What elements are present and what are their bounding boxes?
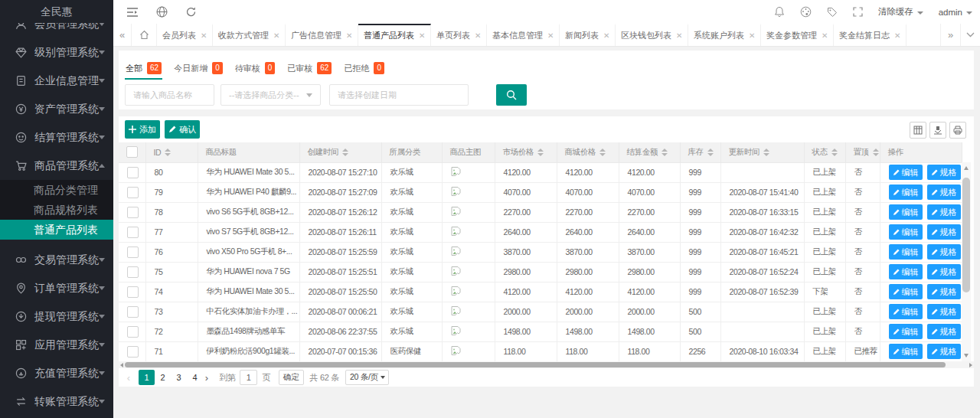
edit-button[interactable]: 编辑: [889, 185, 923, 200]
sidebar-item-企业信息管理[interactable]: 企业信息管理: [0, 67, 113, 95]
edit-button[interactable]: 编辑: [889, 344, 923, 359]
sidebar-item-提现管理系统[interactable]: 提现管理系统: [0, 302, 113, 331]
filter-tab-全部[interactable]: 全部62: [125, 57, 162, 80]
select-all-checkbox[interactable]: [126, 146, 138, 158]
tab-close-icon[interactable]: ✕: [419, 31, 425, 40]
tab-基本信息管理[interactable]: 基本信息管理✕: [487, 24, 560, 46]
spec-button[interactable]: 规格: [927, 264, 961, 279]
spec-button[interactable]: 规格: [927, 224, 961, 240]
tab-close-icon[interactable]: ✕: [547, 31, 554, 40]
refresh-icon[interactable]: [185, 6, 197, 18]
edit-button[interactable]: 编辑: [889, 224, 923, 240]
sort-icon[interactable]: [342, 149, 348, 156]
row-checkbox[interactable]: [127, 306, 139, 318]
pagination-next[interactable]: ›: [203, 372, 211, 384]
horizontal-scroll-thumb[interactable]: [125, 362, 946, 367]
collapse-menu-icon[interactable]: [126, 7, 139, 18]
tab-close-icon[interactable]: ✕: [475, 31, 481, 40]
tab-奖金参数管理[interactable]: 奖金参数管理✕: [761, 24, 834, 46]
scroll-down-arrow[interactable]: [964, 354, 969, 358]
spec-button[interactable]: 规格: [927, 324, 961, 339]
sidebar-item-交易管理系统[interactable]: 交易管理系统: [0, 246, 113, 274]
sidebar-item-级别管理系统[interactable]: 级别管理系统: [0, 38, 113, 67]
fullscreen-icon[interactable]: [853, 7, 863, 17]
sort-icon[interactable]: [599, 149, 606, 156]
sidebar-item-应用管理系统[interactable]: 应用管理系统: [0, 331, 113, 359]
sidebar-item-资产管理系统[interactable]: 资产管理系统: [0, 95, 113, 123]
admin-dropdown[interactable]: admin: [939, 8, 972, 17]
tab-广告信息管理[interactable]: 广告信息管理✕: [286, 24, 358, 46]
sidebar-item-结算管理系统[interactable]: 结算管理系统: [0, 123, 113, 152]
home-tab[interactable]: [132, 24, 157, 46]
spec-button[interactable]: 规格: [927, 304, 961, 319]
filter-tab-已审核[interactable]: 已审核62: [286, 57, 332, 80]
row-checkbox[interactable]: [127, 266, 139, 278]
pagination-goto-input[interactable]: [240, 370, 257, 385]
row-checkbox[interactable]: [127, 227, 139, 238]
row-checkbox[interactable]: [127, 167, 139, 178]
theme-icon[interactable]: [800, 6, 812, 18]
edit-button[interactable]: 编辑: [889, 284, 923, 299]
sort-icon[interactable]: [763, 149, 769, 156]
scroll-right-arrow[interactable]: [969, 363, 972, 367]
row-checkbox[interactable]: [127, 286, 139, 298]
vertical-scroll-thumb[interactable]: [962, 178, 970, 292]
row-checkbox[interactable]: [127, 207, 139, 218]
add-button[interactable]: 添加: [125, 120, 160, 139]
tab-收款方式管理[interactable]: 收款方式管理✕: [213, 24, 286, 46]
pagination-page-3[interactable]: 3: [171, 370, 187, 385]
edit-button[interactable]: 编辑: [889, 165, 923, 180]
category-select[interactable]: --请选择商品分类--: [220, 84, 321, 106]
sidebar-item-充值管理系统[interactable]: 充值管理系统: [0, 359, 113, 387]
sidebar-subitem-商品规格列表[interactable]: 商品规格列表: [0, 200, 113, 220]
pagination-confirm-button[interactable]: 确定: [279, 370, 303, 385]
spec-button[interactable]: 规格: [927, 244, 961, 260]
tab-close-icon[interactable]: ✕: [273, 31, 279, 40]
row-checkbox[interactable]: [127, 326, 139, 338]
tab-奖金结算日志[interactable]: 奖金结算日志✕: [834, 24, 906, 46]
spec-button[interactable]: 规格: [927, 165, 961, 180]
tab-系统账户列表[interactable]: 系统账户列表✕: [688, 24, 761, 46]
tag-icon[interactable]: [827, 7, 838, 18]
search-button[interactable]: [496, 84, 527, 106]
tab-close-icon[interactable]: ✕: [346, 31, 352, 40]
sidebar-item-会员管理系统[interactable]: 会员管理系统: [0, 23, 113, 38]
sidebar-subitem-商品分类管理[interactable]: 商品分类管理: [0, 180, 113, 200]
row-checkbox[interactable]: [127, 346, 139, 358]
spec-button[interactable]: 规格: [927, 185, 961, 200]
tabs-scroll-right-button[interactable]: »: [940, 24, 960, 46]
table-vertical-scrollbar[interactable]: [962, 162, 971, 361]
sort-icon[interactable]: [707, 149, 714, 156]
sidebar-item-订单管理系统[interactable]: 订单管理系统: [0, 274, 113, 302]
print-button[interactable]: [949, 122, 966, 139]
tab-close-icon[interactable]: ✕: [822, 31, 828, 40]
sort-icon[interactable]: [873, 149, 879, 156]
pagination-page-1[interactable]: 1: [139, 370, 155, 385]
row-checkbox[interactable]: [127, 247, 139, 258]
product-name-input[interactable]: [125, 84, 214, 106]
pagination-page-4[interactable]: 4: [187, 370, 203, 385]
spec-button[interactable]: 规格: [927, 204, 961, 220]
scroll-up-arrow[interactable]: [964, 166, 969, 170]
sort-icon[interactable]: [662, 149, 668, 156]
edit-button[interactable]: 编辑: [889, 324, 923, 339]
edit-button[interactable]: 编辑: [889, 244, 923, 260]
tab-单页列表[interactable]: 单页列表✕: [431, 24, 487, 46]
export-button[interactable]: [929, 122, 946, 139]
sort-icon[interactable]: [537, 149, 544, 156]
sort-icon[interactable]: [165, 149, 171, 156]
tab-普通产品列表[interactable]: 普通产品列表✕: [358, 24, 431, 46]
row-checkbox[interactable]: [127, 187, 139, 198]
per-page-select[interactable]: 20 条/页: [345, 370, 389, 385]
scroll-left-arrow[interactable]: [120, 363, 123, 367]
tabs-scroll-left-button[interactable]: «: [113, 24, 132, 46]
filter-tab-今日新增[interactable]: 今日新增0: [173, 57, 224, 80]
tab-close-icon[interactable]: ✕: [603, 31, 609, 40]
create-date-input[interactable]: [329, 84, 469, 106]
table-horizontal-scrollbar[interactable]: [119, 361, 974, 368]
spec-button[interactable]: 规格: [927, 344, 961, 359]
tab-close-icon[interactable]: ✕: [201, 31, 207, 40]
tab-区块钱包列表[interactable]: 区块钱包列表✕: [616, 24, 688, 46]
pagination-prev[interactable]: ‹: [125, 372, 132, 384]
tab-会员列表[interactable]: 会员列表✕: [157, 24, 213, 46]
